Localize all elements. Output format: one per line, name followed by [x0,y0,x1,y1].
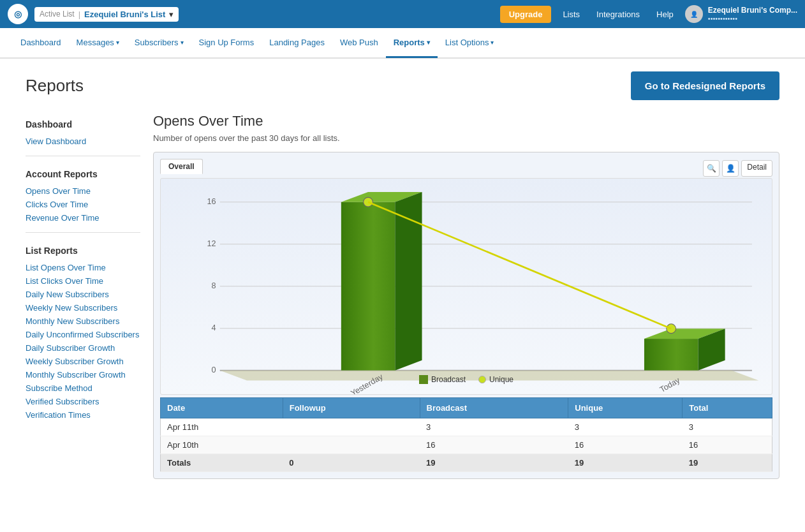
cell-unique: 16 [568,436,683,454]
nav-web-push[interactable]: Web Push [332,29,386,58]
data-table-wrapper: Date Followup Broadcast Unique Total Apr… [160,397,772,472]
col-unique: Unique [568,398,683,418]
cell-totals-followup: 0 [283,454,420,472]
main-content: Opens Over Time Number of opens over the… [153,113,779,479]
sidebar: Dashboard View Dashboard Account Reports… [26,113,153,479]
sidebar-link-clicks-over-time[interactable]: Clicks Over Time [26,198,140,211]
cell-broadcast: 3 [420,418,568,436]
svg-text:8: 8 [211,281,216,290]
user-email: •••••••••••• [708,15,797,22]
chart-legend: Broadcast Unique [161,370,772,389]
cell-totals-label: Totals [161,454,283,472]
nav-messages[interactable]: Messages ▾ [69,29,127,58]
sidebar-link-daily-unconfirmed[interactable]: Daily Unconfirmed Subscribers [26,328,140,341]
cell-totals-broadcast: 19 [420,454,568,472]
svg-text:16: 16 [207,197,216,206]
redesigned-reports-button[interactable]: Go to Redesigned Reports [631,71,779,100]
table-row: Apr 11th 3 3 3 [161,418,772,436]
col-followup: Followup [283,398,420,418]
col-broadcast: Broadcast [420,398,568,418]
sidebar-section-account-reports: Account Reports [26,169,140,179]
sidebar-link-weekly-growth[interactable]: Weekly Subscriber Growth [26,355,140,368]
cell-totals-unique: 19 [568,454,683,472]
sidebar-section-list-reports: List Reports [26,246,140,256]
sidebar-link-daily-growth[interactable]: Daily Subscriber Growth [26,341,140,355]
chevron-down-icon: ▾ [116,39,119,46]
svg-rect-11 [341,202,395,371]
cell-followup [283,436,420,454]
sidebar-link-monthly-growth[interactable]: Monthly Subscriber Growth [26,368,140,381]
nav-lists-link[interactable]: Lists [558,10,585,19]
cell-total: 16 [683,436,772,454]
col-date: Date [161,398,283,418]
list-selector[interactable]: Active List | Ezequiel Bruni's List ▾ [34,7,179,22]
zoom-icon[interactable]: 🔍 [703,160,720,177]
chevron-down-icon: ▾ [427,39,430,46]
chart-area: 0 4 8 12 16 [160,178,772,395]
legend-broadcast: Broadcast [419,375,466,384]
sidebar-link-list-clicks[interactable]: List Clicks Over Time [26,274,140,288]
active-list-label: Active List [40,10,75,18]
chevron-down-icon: ▾ [491,39,494,46]
data-table: Date Followup Broadcast Unique Total Apr… [160,397,772,472]
nav-signup-forms[interactable]: Sign Up Forms [191,29,262,58]
cell-totals-total: 19 [683,454,772,472]
svg-text:4: 4 [211,323,216,332]
person-icon[interactable]: 👤 [722,160,739,177]
cell-unique: 3 [568,418,683,436]
chevron-down-icon: ▾ [181,39,184,46]
nav-list-options[interactable]: List Options ▾ [438,29,502,58]
nav-help-link[interactable]: Help [651,10,679,19]
nav-integrations-link[interactable]: Integrations [591,10,645,19]
report-subtitle: Number of opens over the past 30 days fo… [153,133,779,143]
legend-unique: Unique [478,375,513,384]
chart-tabs: Overall [160,159,203,174]
sidebar-divider [26,156,140,156]
page-container: Dashboard View Dashboard Account Reports… [0,100,805,492]
cell-broadcast: 16 [420,436,568,454]
nav-landing-pages[interactable]: Landing Pages [262,29,332,58]
sidebar-link-revenue-over-time[interactable]: Revenue Over Time [26,211,140,225]
sidebar-link-weekly-new-subs[interactable]: Weekly New Subscribers [26,301,140,314]
sidebar-link-verified-subs[interactable]: Verified Subscribers [26,395,140,408]
nav-subscribers[interactable]: Subscribers ▾ [127,29,191,58]
user-menu[interactable]: 👤 Ezequiel Bruni's Comp... •••••••••••• [685,5,797,23]
top-bar: ◎ Active List | Ezequiel Bruni's List ▾ … [0,0,805,28]
svg-rect-14 [644,339,698,371]
sidebar-section-dashboard: Dashboard [26,119,140,129]
cell-followup [283,418,420,436]
tab-overall[interactable]: Overall [160,159,203,174]
sidebar-link-monthly-new-subs[interactable]: Monthly New Subscribers [26,314,140,328]
page-title: Reports [26,76,84,96]
user-name: Ezequiel Bruni's Comp... [708,6,797,15]
table-row-totals: Totals 0 19 19 19 [161,454,772,472]
sidebar-link-subscribe-method[interactable]: Subscribe Method [26,381,140,395]
nav-bar: Dashboard Messages ▾ Subscribers ▾ Sign … [0,28,805,59]
nav-dashboard[interactable]: Dashboard [13,29,69,58]
logo: ◎ [8,4,28,24]
report-title: Opens Over Time [153,113,779,129]
sidebar-link-verification-times[interactable]: Verification Times [26,408,140,422]
detail-button[interactable]: Detail [741,160,772,177]
col-total: Total [683,398,772,418]
sidebar-link-list-opens[interactable]: List Opens Over Time [26,261,140,274]
sidebar-link-opens-over-time[interactable]: Opens Over Time [26,184,140,198]
cell-total: 3 [683,418,772,436]
cell-date: Apr 11th [161,418,283,436]
sidebar-link-daily-new-subs[interactable]: Daily New Subscribers [26,288,140,301]
page-header: Reports Go to Redesigned Reports [0,59,805,100]
chart-wrapper: Overall 🔍 👤 Detail [153,152,779,479]
nav-reports[interactable]: Reports ▾ [386,29,438,58]
cell-date: Apr 10th [161,436,283,454]
active-list-name: Ezequiel Bruni's List [84,10,165,19]
upgrade-button[interactable]: Upgrade [500,6,552,23]
chart-svg: 0 4 8 12 16 [161,179,772,394]
table-row: Apr 10th 16 16 16 [161,436,772,454]
sidebar-link-view-dashboard[interactable]: View Dashboard [26,135,140,148]
avatar: 👤 [685,5,703,23]
sidebar-divider-2 [26,232,140,233]
svg-text:12: 12 [207,239,216,248]
chevron-down-icon: ▾ [169,10,174,19]
